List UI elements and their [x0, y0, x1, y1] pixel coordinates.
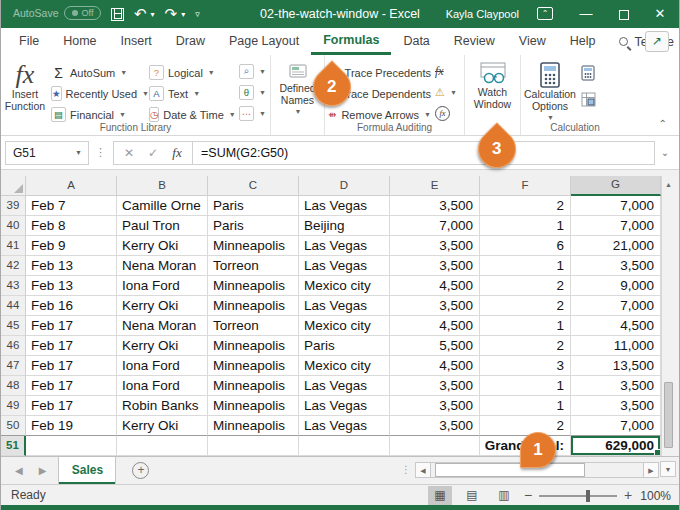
cell-D49[interactable]: Las Vegas — [299, 396, 390, 416]
cell-D41[interactable]: Las Vegas — [299, 236, 390, 256]
cell-E48[interactable]: 3,500 — [390, 376, 480, 396]
cell-E47[interactable]: 4,500 — [390, 356, 480, 376]
cell-A45[interactable]: Feb 17 — [26, 316, 117, 336]
row-header-50[interactable]: 50 — [1, 416, 26, 436]
cell-C46[interactable]: Minneapolis — [208, 336, 299, 356]
cell-D46[interactable]: Paris — [299, 336, 390, 356]
cell-G41[interactable]: 21,000 — [571, 236, 661, 256]
cell-C41[interactable]: Minneapolis — [208, 236, 299, 256]
ribbon-display-options-icon[interactable]: ⌃ — [537, 7, 553, 20]
cell-A47[interactable]: Feb 17 — [26, 356, 117, 376]
cell-E46[interactable]: 5,500 — [390, 336, 480, 356]
page-layout-view-icon[interactable]: ▤ — [460, 486, 484, 505]
zoom-slider-thumb[interactable] — [586, 490, 590, 502]
calculate-sheet-button[interactable] — [579, 90, 609, 108]
recently-used-button[interactable]: ★Recently Used▼ — [49, 83, 147, 104]
undo-icon[interactable]: ↶ — [134, 5, 147, 23]
row-header-47[interactable]: 47 — [1, 356, 26, 376]
tab-help[interactable]: Help — [558, 28, 608, 55]
cell-B49[interactable]: Robin Banks — [117, 396, 208, 416]
cell-D45[interactable]: Mexico city — [299, 316, 390, 336]
redo-icon[interactable]: ↷ — [165, 5, 178, 23]
sheet-nav-right-icon[interactable]: ▶ — [39, 465, 47, 476]
cell-C47[interactable]: Minneapolis — [208, 356, 299, 376]
logical-button[interactable]: ?Logical▼ — [147, 62, 237, 83]
calculate-now-button[interactable] — [579, 64, 609, 82]
column-header-E[interactable]: E — [390, 176, 480, 196]
customize-qat-icon[interactable]: ▿ — [195, 9, 200, 19]
cell-E39[interactable]: 3,500 — [390, 196, 480, 216]
cell-A48[interactable]: Feb 17 — [26, 376, 117, 396]
cell-G42[interactable]: 3,500 — [571, 256, 661, 276]
cell-F49[interactable]: 1 — [480, 396, 571, 416]
cell-B47[interactable]: Iona Ford — [117, 356, 208, 376]
lookup-reference-button[interactable]: ⌕▼ — [237, 62, 269, 80]
cell-A49[interactable]: Feb 17 — [26, 396, 117, 416]
row-header-46[interactable]: 46 — [1, 336, 26, 356]
cell-A41[interactable]: Feb 9 — [26, 236, 117, 256]
close-button[interactable]: ✕ — [643, 0, 677, 28]
cell-G47[interactable]: 13,500 — [571, 356, 661, 376]
cell-F50[interactable]: 2 — [480, 416, 571, 436]
cell-B45[interactable]: Nena Moran — [117, 316, 208, 336]
cell-E41[interactable]: 3,500 — [390, 236, 480, 256]
math-trig-button[interactable]: θ▼ — [237, 83, 269, 101]
row-header-49[interactable]: 49 — [1, 396, 26, 416]
cell-A51[interactable] — [26, 436, 117, 456]
cell-D42[interactable]: Las Vegas — [299, 256, 390, 276]
tab-view[interactable]: View — [507, 28, 558, 55]
cell-A46[interactable]: Feb 17 — [26, 336, 117, 356]
page-break-view-icon[interactable]: ▥ — [492, 486, 516, 505]
cell-C39[interactable]: Paris — [208, 196, 299, 216]
row-header-45[interactable]: 45 — [1, 316, 26, 336]
cell-G46[interactable]: 11,000 — [571, 336, 661, 356]
user-name[interactable]: Kayla Claypool — [446, 0, 519, 28]
tab-data[interactable]: Data — [391, 28, 441, 55]
row-header-48[interactable]: 48 — [1, 376, 26, 396]
tab-insert[interactable]: Insert — [109, 28, 164, 55]
cell-B43[interactable]: Iona Ford — [117, 276, 208, 296]
cell-C45[interactable]: Torreon — [208, 316, 299, 336]
cell-D50[interactable]: Las Vegas — [299, 416, 390, 436]
autosave-pill[interactable]: Off — [64, 6, 102, 20]
column-header-A[interactable]: A — [26, 176, 117, 196]
cell-G48[interactable]: 3,500 — [571, 376, 661, 396]
cell-F42[interactable]: 1 — [480, 256, 571, 276]
sheet-nav-left-icon[interactable]: ◀ — [15, 465, 23, 476]
cell-C44[interactable]: Minneapolis — [208, 296, 299, 316]
row-header-51[interactable]: 51 — [1, 436, 26, 456]
zoom-level[interactable]: 100% — [640, 489, 671, 503]
column-header-C[interactable]: C — [208, 176, 299, 196]
cell-G45[interactable]: 4,500 — [571, 316, 661, 336]
cell-A40[interactable]: Feb 8 — [26, 216, 117, 236]
cell-B39[interactable]: Camille Orne — [117, 196, 208, 216]
cell-E50[interactable]: 3,500 — [390, 416, 480, 436]
tab-tell-me[interactable]: Tell me — [607, 28, 680, 55]
cell-F46[interactable]: 2 — [480, 336, 571, 356]
cell-E43[interactable]: 4,500 — [390, 276, 480, 296]
save-icon[interactable] — [111, 8, 124, 21]
add-sheet-button[interactable]: + — [132, 462, 149, 479]
error-checking-button[interactable]: ⚠▼ — [433, 83, 461, 101]
cell-A44[interactable]: Feb 16 — [26, 296, 117, 316]
cell-E44[interactable]: 3,500 — [390, 296, 480, 316]
cell-D47[interactable]: Mexico city — [299, 356, 390, 376]
autosave-toggle[interactable]: AutoSave Off — [13, 6, 101, 20]
cell-A43[interactable]: Feb 13 — [26, 276, 117, 296]
cell-F39[interactable]: 2 — [480, 196, 571, 216]
cell-F45[interactable]: 1 — [480, 316, 571, 336]
cell-C49[interactable]: Minneapolis — [208, 396, 299, 416]
tab-home[interactable]: Home — [51, 28, 108, 55]
column-header-G[interactable]: G — [571, 176, 661, 196]
scroll-left-icon[interactable]: ◀ — [415, 462, 431, 478]
name-box[interactable]: G51▼ — [5, 141, 89, 165]
cell-C43[interactable]: Minneapolis — [208, 276, 299, 296]
cell-E45[interactable]: 4,500 — [390, 316, 480, 336]
cell-B40[interactable]: Paul Tron — [117, 216, 208, 236]
show-formulas-button[interactable]: fx — [433, 62, 461, 80]
row-header-42[interactable]: 42 — [1, 256, 26, 276]
formula-bar-expand-icon[interactable]: ⌄ — [655, 147, 675, 158]
cell-B42[interactable]: Nena Moran — [117, 256, 208, 276]
zoom-out-icon[interactable]: − — [524, 486, 532, 505]
cell-B46[interactable]: Kerry Oki — [117, 336, 208, 356]
